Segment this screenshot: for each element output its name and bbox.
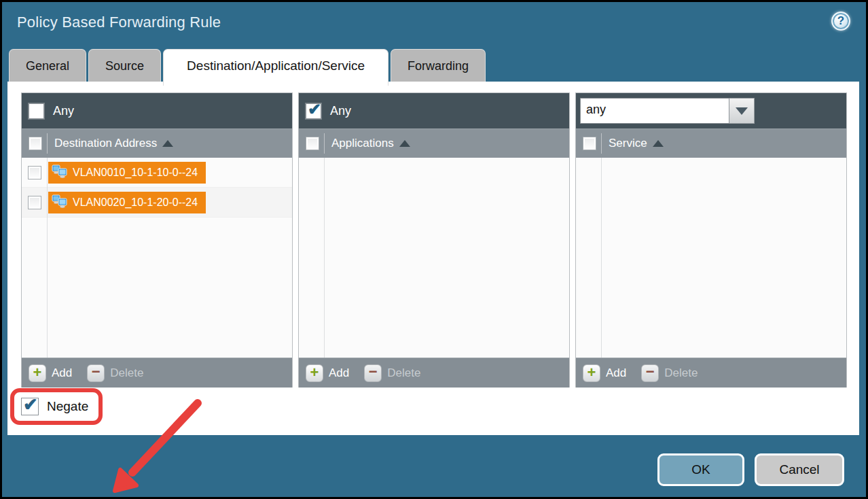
- destination-select-all-checkbox[interactable]: [29, 137, 42, 150]
- destination-any-bar: Any: [22, 93, 292, 128]
- column-separator: [324, 133, 325, 154]
- destination-any-label: Any: [53, 104, 74, 118]
- minus-icon: −: [369, 364, 378, 379]
- destination-address-panel: Any Destination Address: [21, 92, 293, 388]
- tab-content: Any Destination Address: [7, 82, 859, 435]
- plus-icon: +: [310, 365, 319, 380]
- tab-source[interactable]: Source: [88, 49, 161, 82]
- add-label[interactable]: Add: [329, 366, 349, 380]
- negate-label: Negate: [47, 399, 88, 414]
- applications-select-all-checkbox[interactable]: [306, 137, 319, 150]
- tab-forwarding[interactable]: Forwarding: [391, 49, 486, 82]
- plus-icon: +: [33, 365, 42, 380]
- destination-any-checkbox[interactable]: [29, 103, 44, 119]
- ok-button[interactable]: OK: [657, 453, 744, 486]
- delete-button[interactable]: −: [641, 364, 659, 382]
- column-separator: [47, 133, 48, 154]
- list-column-separator: [601, 158, 602, 358]
- delete-label: Delete: [110, 366, 143, 380]
- tab-bar: General Source Destination/Application/S…: [9, 49, 486, 86]
- applications-any-checkbox[interactable]: [306, 103, 321, 119]
- add-button[interactable]: +: [583, 364, 600, 382]
- negate-checkbox[interactable]: [21, 398, 39, 415]
- sort-asc-icon[interactable]: [653, 140, 664, 147]
- add-button[interactable]: +: [306, 364, 323, 382]
- service-select-all-checkbox[interactable]: [583, 137, 596, 150]
- destination-footer: + Add − Delete: [22, 358, 292, 388]
- address-object-icon: [52, 194, 68, 211]
- column-separator: [601, 133, 602, 154]
- list-column-separator: [324, 158, 325, 358]
- address-object-icon: [52, 165, 68, 181]
- delete-button[interactable]: −: [87, 364, 105, 382]
- add-label[interactable]: Add: [52, 366, 72, 380]
- delete-label: Delete: [387, 366, 420, 380]
- table-row[interactable]: VLAN0020_10-1-20-0--24: [22, 188, 292, 218]
- policy-based-forwarding-dialog: Policy Based Forwarding Rule ? General S…: [0, 0, 868, 499]
- negate-control: Negate: [21, 398, 88, 415]
- list-column-separator: [47, 158, 48, 358]
- sort-asc-icon[interactable]: [399, 140, 410, 147]
- help-icon[interactable]: ?: [831, 12, 850, 31]
- applications-footer: + Add − Delete: [299, 358, 569, 388]
- address-object-label: VLAN0020_10-1-20-0--24: [73, 196, 198, 209]
- destination-list: VLAN0010_10-1-10-0--24: [22, 158, 292, 358]
- applications-list: [299, 158, 569, 358]
- row-checkbox[interactable]: [28, 166, 41, 179]
- chevron-down-icon: [736, 107, 748, 115]
- address-object-label: VLAN0010_10-1-10-0--24: [73, 167, 198, 179]
- service-dropdown[interactable]: any: [580, 98, 755, 124]
- table-row[interactable]: VLAN0010_10-1-10-0--24: [22, 158, 292, 188]
- minus-icon: −: [92, 364, 101, 379]
- applications-any-bar: Any: [299, 93, 569, 128]
- plus-icon: +: [587, 365, 596, 380]
- applications-panel: Any Applications + Add − Delete: [298, 92, 570, 388]
- service-list: [576, 158, 846, 358]
- minus-icon: −: [646, 364, 655, 379]
- address-object-chip[interactable]: VLAN0010_10-1-10-0--24: [48, 162, 206, 184]
- service-column-header[interactable]: Service: [576, 128, 846, 158]
- service-dropdown-bar: any: [576, 93, 846, 128]
- service-footer: + Add − Delete: [576, 358, 846, 388]
- applications-any-label: Any: [330, 104, 351, 118]
- sort-asc-icon[interactable]: [162, 140, 173, 147]
- destination-column-header[interactable]: Destination Address: [22, 128, 292, 158]
- cancel-button[interactable]: Cancel: [755, 453, 844, 486]
- applications-column-header[interactable]: Applications: [299, 128, 569, 158]
- tab-general[interactable]: General: [9, 49, 86, 82]
- annotation-arrow: [103, 391, 218, 499]
- destination-column-label: Destination Address: [54, 137, 157, 150]
- dialog-title: Policy Based Forwarding Rule: [17, 14, 221, 31]
- service-column-label: Service: [609, 137, 647, 150]
- add-button[interactable]: +: [29, 364, 46, 382]
- row-checkbox[interactable]: [28, 196, 41, 209]
- add-label[interactable]: Add: [606, 366, 626, 380]
- tab-destination-application-service[interactable]: Destination/Application/Service: [163, 49, 388, 86]
- address-object-chip[interactable]: VLAN0020_10-1-20-0--24: [48, 192, 206, 213]
- service-dropdown-value[interactable]: any: [580, 98, 729, 124]
- service-panel: any Service + Add −: [575, 92, 847, 388]
- delete-label: Delete: [664, 366, 698, 380]
- delete-button[interactable]: −: [364, 364, 382, 382]
- applications-column-label: Applications: [331, 137, 394, 150]
- service-dropdown-button[interactable]: [729, 98, 755, 124]
